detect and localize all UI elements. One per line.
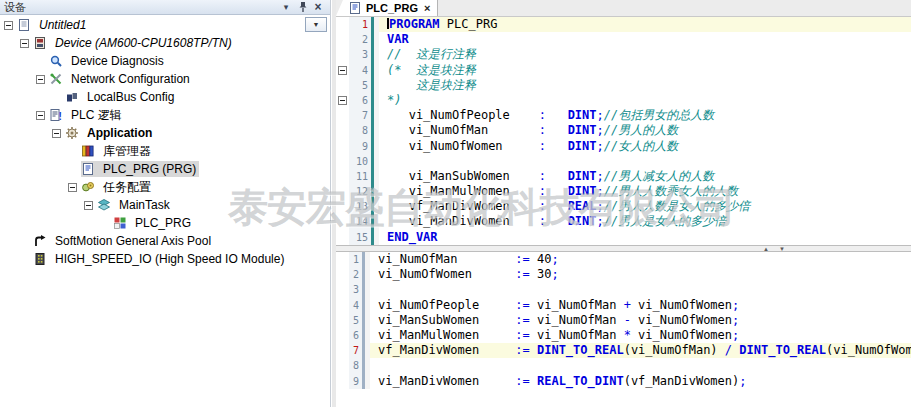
tree-item-hit-area[interactable]: MainTask — [97, 197, 173, 213]
code-text[interactable]: VAR — [379, 32, 911, 47]
expander-minus-icon[interactable] — [36, 75, 45, 84]
code-text[interactable]: vi_ManSubWomen : DINT;//男人减女人的人数 — [379, 169, 911, 184]
code-line[interactable]: 5vi_ManSubWomen := vi_NumOfMan - vi_NumO… — [336, 313, 911, 328]
expander-minus-icon[interactable] — [84, 201, 93, 210]
fold-minus-icon[interactable] — [338, 66, 347, 75]
code-line[interactable]: 8 vi_NumOfMan : DINT;//男人的人数 — [336, 123, 911, 138]
code-text[interactable]: vi_ManMulWomen := vi_NumOfMan * vi_NumOf… — [370, 328, 911, 343]
tree-item[interactable]: 任务配置 — [0, 178, 330, 196]
tree-item[interactable]: Device Diagnosis — [0, 52, 330, 70]
tab-plc-prg[interactable]: PLC_PRG × — [336, 0, 438, 16]
tab-close-icon[interactable]: × — [424, 2, 430, 14]
pin-icon[interactable] — [294, 1, 310, 14]
tree-item[interactable]: Application — [0, 124, 330, 142]
code-line[interactable]: 2vi_NumOfWomen := 30; — [336, 267, 911, 282]
tree-item[interactable]: !PLC 逻辑 — [0, 106, 330, 124]
code-line[interactable]: 3 — [336, 282, 911, 297]
tree-item-hit-area[interactable]: Application — [65, 125, 155, 141]
collapse-up-icon[interactable]: ▲ — [763, 246, 769, 252]
code-line[interactable]: 6vi_ManMulWomen := vi_NumOfMan * vi_NumO… — [336, 328, 911, 343]
code-text[interactable]: vi_NumOfWomen := 30; — [370, 267, 911, 282]
fold-margin — [336, 32, 349, 47]
tree-item-hit-area[interactable]: Network Configuration — [49, 71, 193, 87]
code-text[interactable] — [370, 282, 911, 297]
tree-item-hit-area[interactable]: 任务配置 — [81, 178, 154, 197]
tree-item[interactable]: HIGH_SPEED_IO (High Speed IO Module) — [0, 250, 330, 268]
expander-minus-icon[interactable] — [36, 111, 45, 120]
code-text[interactable]: vi_ManDivWomen : DINT;//男人是女人的多少倍 — [379, 214, 911, 229]
code-text[interactable]: (* 这是块注释 — [379, 63, 911, 78]
tree-item-hit-area[interactable]: PLC_PRG — [113, 215, 194, 231]
tree-view-dropdown[interactable]: ▼ — [305, 17, 327, 32]
tree-item-hit-area[interactable]: HIGH_SPEED_IO (High Speed IO Module) — [33, 251, 287, 267]
code-line[interactable]: 7 vi_NumOfPeople : DINT;//包括男女的总人数 — [336, 108, 911, 123]
tree-item[interactable]: Device (AM600-CPU1608TP/TN) — [0, 34, 330, 52]
expander-minus-icon[interactable] — [4, 21, 13, 30]
code-text[interactable]: vi_NumOfWomen : DINT;//女人的人数 — [379, 139, 911, 154]
code-text[interactable]: // 这是行注释 — [379, 47, 911, 62]
code-text[interactable]: vi_ManSubWomen := vi_NumOfMan - vi_NumOf… — [370, 313, 911, 328]
code-line[interactable]: 3// 这是行注释 — [336, 47, 911, 62]
code-line[interactable]: 1vi_NumOfMan := 40; — [336, 252, 911, 267]
tree-item-hit-area[interactable]: PLC_PRG (PRG) — [81, 161, 199, 177]
tree-item-hit-area[interactable]: SoftMotion General Axis Pool — [33, 233, 214, 249]
code-line[interactable]: 14 vi_ManDivWomen : DINT;//男人是女人的多少倍 — [336, 214, 911, 229]
code-text[interactable]: *) — [379, 93, 911, 108]
code-line[interactable]: 9 vi_NumOfWomen : DINT;//女人的人数 — [336, 139, 911, 154]
tree-item-hit-area[interactable]: LocalBus Config — [65, 89, 177, 105]
fold-margin[interactable] — [336, 93, 349, 108]
tree-item[interactable]: Untitled1 — [0, 16, 330, 34]
tree-item[interactable]: SoftMotion General Axis Pool — [0, 232, 330, 250]
tree-item[interactable]: 库管理器 — [0, 142, 330, 160]
code-text[interactable]: vi_NumOfPeople : DINT;//包括男女的总人数 — [379, 108, 911, 123]
code-text[interactable]: vi_ManMulWomen : DINT;//男人人数乘女人的人数 — [379, 184, 911, 199]
code-line[interactable]: 8 — [336, 358, 911, 373]
code-line[interactable]: 15END_VAR — [336, 230, 911, 245]
code-line[interactable]: 12 vi_ManMulWomen : DINT;//男人人数乘女人的人数 — [336, 184, 911, 199]
code-text[interactable]: vi_NumOfMan : DINT;//男人的人数 — [379, 123, 911, 138]
fold-margin[interactable] — [336, 63, 349, 78]
expander-minus-icon[interactable] — [20, 39, 29, 48]
code-text[interactable]: PROGRAM PLC_PRG — [379, 17, 911, 32]
code-text[interactable]: vi_ManDivWomen := REAL_TO_DINT(vf_ManDiv… — [370, 374, 911, 389]
code-line[interactable]: 4vi_NumOfPeople := vi_NumOfMan + vi_NumO… — [336, 298, 911, 313]
expander-minus-icon[interactable] — [52, 129, 61, 138]
code-line[interactable]: 10 — [336, 154, 911, 169]
close-icon[interactable]: × — [310, 1, 326, 14]
dock-menu-icon[interactable]: ▾ — [278, 1, 294, 14]
code-line[interactable]: 13 vf_ManDivWomen : REAL;//男人人数是女人的多少倍 — [336, 199, 911, 214]
tree-item[interactable]: MainTask — [0, 196, 330, 214]
tree-item-hit-area[interactable]: 库管理器 — [81, 142, 154, 161]
code-line[interactable]: 11 vi_ManSubWomen : DINT;//男人减女人的人数 — [336, 169, 911, 184]
code-text[interactable] — [370, 358, 911, 373]
code-line[interactable]: 6*) — [336, 93, 911, 108]
editor-splitter[interactable]: ▲ ▼ — [336, 245, 911, 252]
code-line[interactable]: 1PROGRAM PLC_PRG — [336, 17, 911, 32]
tree-item[interactable]: LocalBus Config — [0, 88, 330, 106]
code-line[interactable]: 7vf_ManDivWomen := DINT_TO_REAL(vi_NumOf… — [336, 343, 911, 358]
collapse-down-icon[interactable]: ▼ — [779, 246, 785, 252]
code-line[interactable]: 2VAR — [336, 32, 911, 47]
implementation-editor[interactable]: 1vi_NumOfMan := 40;2vi_NumOfWomen := 30;… — [336, 252, 911, 407]
declaration-editor[interactable]: 1PROGRAM PLC_PRG2VAR3// 这是行注释4(* 这是块注释5 … — [336, 17, 911, 245]
tree-item-hit-area[interactable]: Untitled1 — [17, 17, 89, 33]
code-text[interactable]: vi_NumOfMan := 40; — [370, 252, 911, 267]
code-line[interactable]: 5 这是块注释 — [336, 78, 911, 93]
expander-minus-icon[interactable] — [68, 183, 77, 192]
tree-item[interactable]: PLC_PRG (PRG) — [0, 160, 330, 178]
tree-item-hit-area[interactable]: Device (AM600-CPU1608TP/TN) — [33, 35, 235, 51]
tree-item[interactable]: PLC_PRG — [0, 214, 330, 232]
tree-item[interactable]: Network Configuration — [0, 70, 330, 88]
code-line[interactable]: 4(* 这是块注释 — [336, 63, 911, 78]
code-text[interactable]: 这是块注释 — [379, 78, 911, 93]
code-text[interactable]: END_VAR — [379, 230, 911, 245]
code-line[interactable]: 9vi_ManDivWomen := REAL_TO_DINT(vf_ManDi… — [336, 374, 911, 389]
splitter-grip-icons[interactable]: ▲ ▼ — [763, 246, 785, 251]
code-text[interactable]: vf_ManDivWomen : REAL;//男人人数是女人的多少倍 — [379, 199, 911, 214]
tree-item-hit-area[interactable]: !PLC 逻辑 — [49, 106, 125, 125]
fold-minus-icon[interactable] — [338, 96, 347, 105]
tree-item-hit-area[interactable]: Device Diagnosis — [49, 53, 167, 69]
code-text[interactable]: vf_ManDivWomen := DINT_TO_REAL(vi_NumOfM… — [370, 343, 911, 358]
code-text[interactable] — [379, 154, 911, 169]
code-text[interactable]: vi_NumOfPeople := vi_NumOfMan + vi_NumOf… — [370, 298, 911, 313]
